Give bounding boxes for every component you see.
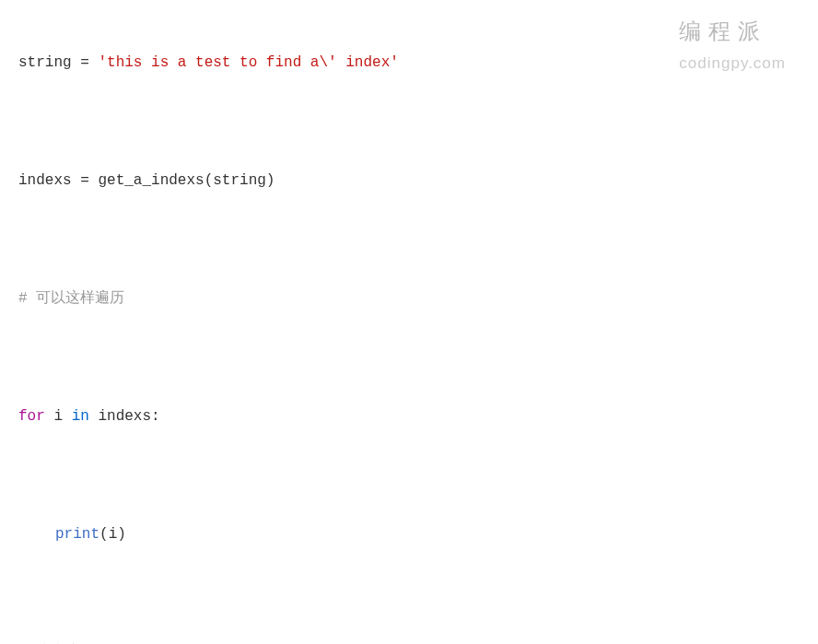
paren-close: ) [266, 172, 275, 189]
paren-close: ) [117, 526, 126, 543]
watermark-title: 编程派 [679, 14, 786, 49]
variable-indexs: indexs [18, 172, 72, 189]
paren-open: ( [99, 526, 109, 543]
equals-op: = [72, 172, 99, 189]
keyword-in: in [72, 408, 89, 425]
code-line-7: for i in indexs: [18, 402, 800, 431]
space [45, 408, 54, 425]
colon: : [151, 408, 160, 425]
variable-i: i [53, 408, 63, 425]
string-literal: 'this is a test to find a\' index' [98, 54, 398, 71]
blank-line [18, 107, 800, 136]
builtin-print: print [55, 526, 99, 543]
blank-line [18, 343, 800, 372]
keyword-for: for [18, 408, 45, 425]
variable-indexs: indexs [98, 408, 151, 425]
arg-i: i [109, 526, 118, 543]
comment-line-2: # 或者这样 [18, 638, 800, 644]
comment-line-1: # 可以这样遍历 [18, 284, 800, 313]
comment: # 可以这样遍历 [18, 290, 124, 307]
blank-line [18, 225, 800, 254]
paren-open: ( [204, 172, 214, 189]
blank-line [18, 461, 800, 490]
code-block: string = 'this is a test to find a\' ind… [18, 18, 800, 644]
space [89, 408, 99, 425]
func-call: get_a_indexs [98, 172, 204, 189]
variable-string: string [18, 54, 72, 71]
space [63, 408, 72, 425]
watermark: 编程派 codingpy.com [679, 14, 786, 76]
code-line-3: indexs = get_a_indexs(string) [18, 166, 800, 195]
equals-op: = [72, 54, 99, 71]
blank-line [18, 579, 800, 608]
code-line-9: print(i) [18, 520, 800, 549]
arg: string [213, 172, 266, 189]
watermark-url: codingpy.com [679, 51, 786, 76]
